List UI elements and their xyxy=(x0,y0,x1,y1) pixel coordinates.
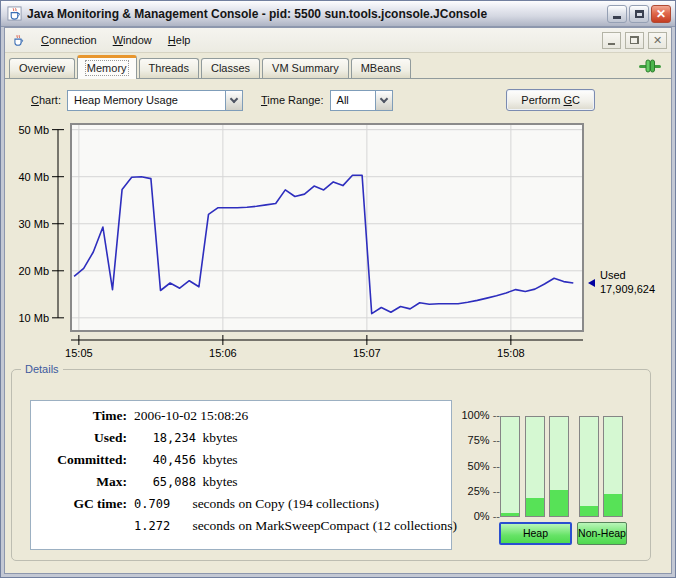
menu-item-connection[interactable]: Connection xyxy=(33,31,105,49)
gauge-bar-fill xyxy=(604,494,622,516)
java-cup-icon-small xyxy=(11,33,25,47)
detail-row: Used:18,234 kbytes xyxy=(31,430,451,452)
gauge-bar-non-heap-2 xyxy=(603,416,623,517)
gauge-tick-label: 75% xyxy=(468,434,500,446)
detail-value: 65,088 kbytes xyxy=(127,474,238,490)
chart-select[interactable]: Heap Memory Usage xyxy=(67,90,243,111)
svg-text:15:08: 15:08 xyxy=(497,347,525,359)
details-panel-title: Details xyxy=(21,363,63,375)
tab-vm-summary[interactable]: VM Summary xyxy=(262,58,349,78)
used-tip-label: Used xyxy=(600,269,626,281)
svg-text:10 Mb: 10 Mb xyxy=(18,312,49,324)
detail-label: Committed: xyxy=(31,452,127,468)
tab-label: Threads xyxy=(149,62,189,74)
gauge-tick-label: 100% xyxy=(461,409,500,421)
maximize-icon xyxy=(635,10,644,18)
svg-text:15:07: 15:07 xyxy=(353,347,381,359)
window-frame: ConnectionWindowHelp ✕ OverviewMemoryThr… xyxy=(4,27,672,574)
connection-status-icon xyxy=(639,59,661,73)
minimize-icon xyxy=(613,16,621,19)
detail-row: Max:65,088 kbytes xyxy=(31,474,451,496)
gauge-tick-label: 0% xyxy=(474,510,500,522)
tab-mbeans[interactable]: MBeans xyxy=(351,58,411,78)
svg-text:40 Mb: 40 Mb xyxy=(18,171,49,183)
mdi-minimize-button[interactable] xyxy=(602,32,621,49)
chevron-down-icon[interactable] xyxy=(375,91,392,110)
time-range-value: All xyxy=(331,94,355,106)
gauge-tick-label: 25% xyxy=(468,485,500,497)
detail-label: Used: xyxy=(31,430,127,446)
detail-value: 0.709 seconds on Copy (194 collections) xyxy=(127,496,379,512)
svg-text:30 Mb: 30 Mb xyxy=(18,218,49,230)
menu-item-help[interactable]: Help xyxy=(160,31,199,49)
detail-row: Time:2006-10-02 15:08:26 xyxy=(31,408,451,430)
gauge-bar-heap-1 xyxy=(500,416,520,517)
heap-usage-chart: 50 Mb40 Mb30 Mb20 Mb10 Mb15:0515:0615:07… xyxy=(5,116,671,364)
window-titlebar[interactable]: Java Monitoring & Management Console - p… xyxy=(1,1,675,27)
detail-value: 18,234 kbytes xyxy=(127,430,238,446)
detail-value: 2006-10-02 15:08:26 xyxy=(127,408,248,424)
tab-label: Overview xyxy=(19,62,65,74)
tab-label: Memory xyxy=(87,62,127,74)
tab-label: MBeans xyxy=(361,62,401,74)
menu-item-window[interactable]: Window xyxy=(105,31,160,49)
close-button[interactable]: ✕ xyxy=(651,5,671,23)
mdi-buttons: ✕ xyxy=(602,32,667,49)
gauge-bar-fill xyxy=(526,498,544,516)
gauge-bar-heap-2 xyxy=(525,416,545,517)
detail-value: 40,456 kbytes xyxy=(127,452,238,468)
tab-threads[interactable]: Threads xyxy=(139,58,199,78)
gauge-bar-fill xyxy=(550,490,568,516)
mdi-close-button[interactable]: ✕ xyxy=(648,32,667,49)
gauge-bar-heap-3 xyxy=(549,416,569,517)
tab-overview[interactable]: Overview xyxy=(9,58,75,78)
menubar: ConnectionWindowHelp ✕ xyxy=(5,28,671,53)
details-box: Time:2006-10-02 15:08:26Used:18,234 kbyt… xyxy=(30,400,452,550)
maximize-button[interactable] xyxy=(629,5,649,23)
detail-label: GC time: xyxy=(31,496,127,512)
tab-bar: OverviewMemoryThreadsClassesVM SummaryMB… xyxy=(5,53,671,79)
gauge-tick-label: 50% xyxy=(468,460,500,472)
time-range-label: Time Range: xyxy=(261,94,324,106)
minimize-button[interactable] xyxy=(607,5,627,23)
time-range-select[interactable]: All xyxy=(330,90,393,111)
mdi-minimize-icon xyxy=(608,43,615,45)
mdi-restore-icon xyxy=(630,36,639,44)
java-cup-icon xyxy=(7,6,22,21)
gauge-bar-fill xyxy=(580,506,598,516)
mdi-restore-button[interactable] xyxy=(625,32,644,49)
chevron-down-icon[interactable] xyxy=(225,91,242,110)
perform-gc-button[interactable]: Perform GC xyxy=(506,89,595,111)
svg-text:15:05: 15:05 xyxy=(65,347,93,359)
non-heap-button[interactable]: Non-Heap xyxy=(577,522,627,545)
detail-row: GC time:0.709 seconds on Copy (194 colle… xyxy=(31,496,451,518)
gauge-bar-fill xyxy=(501,513,519,516)
chart-select-label: Chart: xyxy=(31,94,61,106)
line-chart-svg: 50 Mb40 Mb30 Mb20 Mb10 Mb15:0515:0615:07… xyxy=(5,116,665,364)
used-tip-value: 17,909,624 xyxy=(600,283,655,295)
details-panel: Details Time:2006-10-02 15:08:26Used:18,… xyxy=(11,369,651,561)
heap-button[interactable]: Heap xyxy=(499,522,572,545)
window-title: Java Monitoring & Management Console - p… xyxy=(27,7,605,21)
detail-value: 1.272 seconds on MarkSweepCompact (12 co… xyxy=(127,518,457,534)
tab-label: Classes xyxy=(211,62,250,74)
chart-controls: Chart: Heap Memory Usage Time Range: All… xyxy=(5,88,671,112)
tab-memory[interactable]: Memory xyxy=(77,55,137,79)
svg-text:50 Mb: 50 Mb xyxy=(18,124,49,136)
gauge-bar-non-heap-1 xyxy=(579,416,599,517)
chart-select-value: Heap Memory Usage xyxy=(68,94,184,106)
svg-text:15:06: 15:06 xyxy=(209,347,237,359)
svg-text:20 Mb: 20 Mb xyxy=(18,265,49,277)
tab-label: VM Summary xyxy=(272,62,339,74)
jconsole-window: Java Monitoring & Management Console - p… xyxy=(0,0,676,578)
menu-items: ConnectionWindowHelp xyxy=(33,34,198,46)
detail-label: Time: xyxy=(31,408,127,424)
detail-row: 1.272 seconds on MarkSweepCompact (12 co… xyxy=(31,518,451,540)
memory-tab-content: Chart: Heap Memory Usage Time Range: All… xyxy=(5,79,671,573)
detail-row: Committed:40,456 kbytes xyxy=(31,452,451,474)
detail-label: Max: xyxy=(31,474,127,490)
tab-classes[interactable]: Classes xyxy=(201,58,260,78)
